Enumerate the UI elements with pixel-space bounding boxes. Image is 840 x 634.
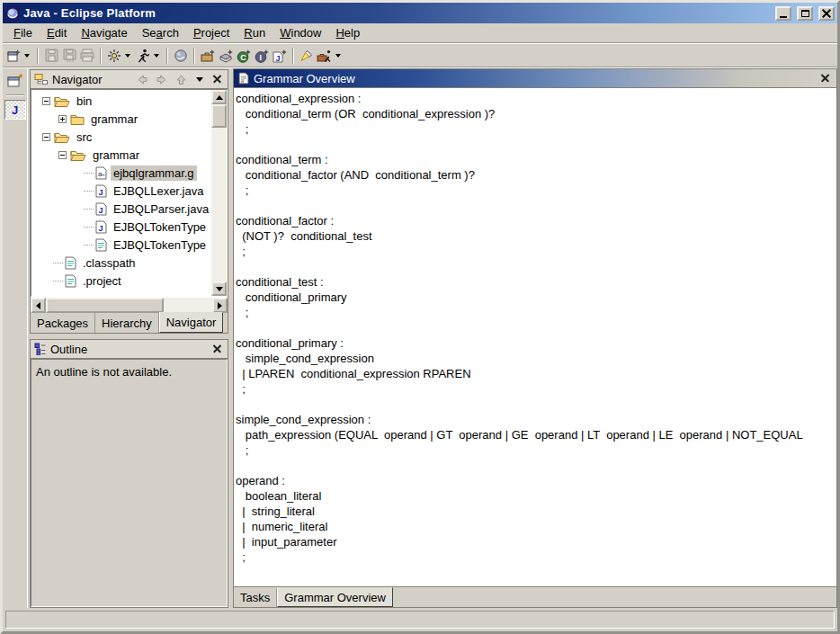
close-button[interactable] xyxy=(818,6,835,21)
tree-item-src[interactable]: src xyxy=(31,128,211,146)
back-button[interactable] xyxy=(134,74,150,85)
tree-item-bin-grammar[interactable]: grammar xyxy=(31,110,211,128)
new-interface-button[interactable]: I xyxy=(253,46,271,66)
forward-icon xyxy=(156,74,168,85)
new-class-button[interactable]: C xyxy=(235,46,253,66)
debug-button[interactable] xyxy=(105,46,123,66)
minimize-button[interactable] xyxy=(775,6,791,21)
menu-navigate[interactable]: Navigate xyxy=(74,24,134,41)
scroll-down-button[interactable] xyxy=(211,281,227,296)
print-button[interactable] xyxy=(78,46,96,66)
perspective-bar: J xyxy=(3,68,28,608)
collapse-icon[interactable] xyxy=(42,133,50,141)
up-button[interactable] xyxy=(174,74,189,85)
view-menu-button[interactable] xyxy=(196,77,203,82)
scroll-up-button[interactable] xyxy=(211,90,227,104)
search-button[interactable] xyxy=(298,46,316,66)
forward-button[interactable] xyxy=(154,74,170,85)
toolbar-separator xyxy=(193,48,195,64)
tree-item-src-grammar[interactable]: grammar xyxy=(31,146,211,164)
save-button[interactable] xyxy=(42,46,60,66)
scrollbar-thumb[interactable] xyxy=(211,104,227,128)
text-file-icon xyxy=(65,274,76,288)
main-toolbar: C I J xyxy=(3,44,837,67)
folder-open-icon xyxy=(70,149,86,161)
title-bar: Java - Eclipse Platform xyxy=(3,3,837,23)
run-external-tool-dropdown[interactable] xyxy=(335,54,341,58)
editor-area: Grammar Overview conditional_expression … xyxy=(233,68,837,608)
new-java-project-button[interactable] xyxy=(199,46,217,66)
menu-file[interactable]: File xyxy=(6,24,40,41)
external-tools-button[interactable] xyxy=(172,46,190,66)
new-wizard-dropdown[interactable] xyxy=(24,54,30,58)
tree-connector xyxy=(84,227,94,228)
debug-icon xyxy=(107,49,121,63)
debug-dropdown[interactable] xyxy=(125,54,130,58)
navigator-header: Navigator xyxy=(31,70,228,89)
tree-item-project[interactable]: .project xyxy=(31,272,211,290)
arrow-right-icon xyxy=(218,302,222,309)
navigator-tree: bin grammar src xyxy=(31,89,228,297)
menu-window[interactable]: Window xyxy=(273,24,328,41)
tree-item-classpath[interactable]: .classpath xyxy=(31,254,211,272)
expand-icon[interactable] xyxy=(58,115,67,123)
close-icon xyxy=(822,9,831,18)
text-file-icon xyxy=(95,238,107,252)
tree-item-bin[interactable]: bin xyxy=(31,92,211,110)
scroll-right-button[interactable] xyxy=(212,298,228,313)
run-button[interactable] xyxy=(134,46,152,66)
new-interface-icon: I xyxy=(255,49,270,63)
editor-close-button[interactable] xyxy=(821,75,829,83)
external-tools-icon xyxy=(174,49,188,63)
scroll-left-button[interactable] xyxy=(31,298,46,313)
tab-hierarchy[interactable]: Hierarchy xyxy=(95,313,159,333)
menu-run[interactable]: Run xyxy=(237,24,273,41)
tree-item-ejbqlgrammar[interactable]: a ejbqlgrammar.g xyxy=(31,164,211,182)
menu-edit[interactable]: Edit xyxy=(40,24,74,41)
tab-navigator[interactable]: Navigator xyxy=(159,312,224,333)
menu-help[interactable]: Help xyxy=(328,24,367,41)
menu-search[interactable]: Search xyxy=(135,24,186,41)
tab-packages[interactable]: Packages xyxy=(31,313,95,333)
run-external-tool-button[interactable] xyxy=(316,46,334,66)
maximize-button[interactable] xyxy=(797,6,813,21)
collapse-icon[interactable] xyxy=(58,151,67,159)
back-icon xyxy=(136,74,148,85)
run-external-tool-icon xyxy=(317,49,333,63)
svg-text:a: a xyxy=(98,170,103,178)
java-perspective-button[interactable]: J xyxy=(4,100,26,120)
editor-body[interactable]: conditional_expression : conditional_ter… xyxy=(234,88,836,586)
tab-tasks[interactable]: Tasks xyxy=(234,588,277,607)
tree-content: bin grammar src xyxy=(31,90,211,296)
tree-item-ejbqlparser[interactable]: J EJBQLParser.java xyxy=(31,200,211,218)
navigator-title: Navigator xyxy=(52,73,130,86)
tree-horizontal-scrollbar[interactable] xyxy=(31,297,228,312)
toolbar-separator xyxy=(166,48,168,64)
tab-grammar-overview[interactable]: Grammar Overview xyxy=(277,587,393,607)
new-package-button[interactable] xyxy=(217,46,235,66)
tree-item-ejbqllexer[interactable]: J EJBQLLexer.java xyxy=(31,182,211,200)
tree-connector xyxy=(84,209,94,210)
folder-open-icon xyxy=(54,131,70,143)
new-wizard-button[interactable] xyxy=(4,46,22,66)
run-dropdown[interactable] xyxy=(154,54,159,58)
open-perspective-button[interactable] xyxy=(4,71,26,91)
tree-vertical-scrollbar[interactable] xyxy=(211,90,227,296)
editor-content[interactable]: conditional_expression : conditional_ter… xyxy=(234,88,836,565)
status-bar xyxy=(3,608,837,631)
tree-item-tokentype-txt[interactable]: EJBQLTokenType xyxy=(31,236,211,254)
new-snippet-button[interactable]: J xyxy=(271,46,289,66)
eclipse-window: Java - Eclipse Platform File Edit Naviga… xyxy=(0,0,840,634)
scrollbar-thumb[interactable] xyxy=(46,298,164,313)
outline-header: Outline xyxy=(31,340,228,359)
navigator-close-button[interactable] xyxy=(213,76,221,84)
tree-item-tokentype-java[interactable]: J EJBQLTokenType xyxy=(31,218,211,236)
grammar-file-icon: a xyxy=(95,166,107,180)
collapse-icon[interactable] xyxy=(42,97,50,105)
save-as-button[interactable] xyxy=(60,46,78,66)
folder-icon xyxy=(70,113,85,125)
svg-text:J: J xyxy=(99,187,103,196)
open-perspective-icon xyxy=(7,74,23,88)
outline-close-button[interactable] xyxy=(213,345,221,353)
menu-project[interactable]: Project xyxy=(186,24,237,41)
